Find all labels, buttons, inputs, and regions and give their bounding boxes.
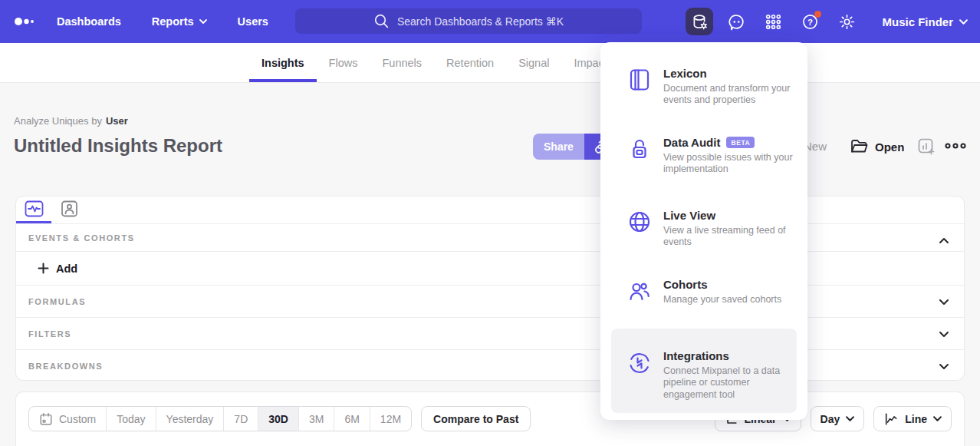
range-label: Today: [117, 413, 145, 425]
range-yesterday[interactable]: Yesterday: [156, 407, 224, 431]
mixpanel-logo[interactable]: [0, 16, 57, 27]
range-30d[interactable]: 30D: [258, 407, 298, 431]
gear-icon: [838, 13, 856, 31]
chevron-down-icon[interactable]: [939, 359, 949, 373]
interval-label: Day: [821, 413, 840, 425]
mixpanel-logo-icon: [14, 16, 37, 27]
popover-item-data-audit[interactable]: Data Audit BETA View possible issues wit…: [600, 136, 807, 176]
section-filters[interactable]: FILTERS: [16, 317, 964, 349]
mixpanel-app: Dashboards Reports Users Search Dashboar…: [0, 0, 980, 446]
section-label: FORMULAS: [28, 297, 86, 306]
open-label: Open: [875, 140, 904, 154]
popover-item-lexicon[interactable]: Lexicon Document and transform your even…: [600, 67, 807, 107]
line-chart-icon: [883, 412, 899, 426]
range-label: Custom: [59, 413, 96, 425]
builder-tab-events[interactable]: [16, 197, 51, 223]
tab-label: Insights: [261, 57, 304, 69]
header-actions: New Open: [0, 134, 980, 160]
popover-item-desc: View a live streaming feed of events: [663, 225, 795, 249]
apps-grid-button[interactable]: [759, 8, 787, 35]
range-custom[interactable]: Custom: [29, 407, 106, 431]
range-label: 3M: [309, 413, 324, 425]
search-icon: [373, 13, 390, 29]
popover-item-title-text: Data Audit: [663, 136, 720, 149]
more-options-button[interactable]: [945, 139, 966, 153]
globe-icon: [627, 210, 652, 234]
builder-tab-profiles[interactable]: [51, 197, 87, 223]
chevron-down-icon: [846, 416, 854, 421]
tab-label: Flows: [329, 57, 358, 69]
range-7d[interactable]: 7D: [223, 407, 258, 431]
grid-icon: [765, 13, 782, 31]
popover-item-cohorts[interactable]: Cohorts Manage your saved cohorts: [600, 278, 807, 306]
tab-funnels[interactable]: Funnels: [370, 43, 434, 82]
sync-icon: [627, 351, 652, 375]
data-management-popover: Lexicon Document and transform your even…: [600, 42, 807, 420]
chart-toolbar-panel: Custom Today Yesterday 7D 30D 3M 6M 12M …: [15, 391, 965, 446]
project-name: Music Finder: [882, 15, 953, 28]
analyze-value[interactable]: User: [106, 115, 128, 127]
chevron-down-icon: [959, 19, 968, 25]
popover-item-integrations[interactable]: Integrations Connect Mixpanel to a data …: [611, 329, 797, 413]
builder-tabs: [16, 197, 964, 224]
nav-item-label: Reports: [152, 15, 194, 28]
section-events-cohorts[interactable]: EVENTS & COHORTS: [16, 224, 964, 251]
popover-item-desc: View possible issues with your implement…: [663, 152, 795, 176]
popover-item-title: Integrations: [663, 349, 784, 362]
nav-item-reports[interactable]: Reports: [152, 15, 207, 28]
popover-item-desc: Manage your saved cohorts: [663, 294, 795, 306]
compare-to-past-button[interactable]: Compare to Past: [421, 406, 531, 431]
analyze-subtitle: Analyze Uniques byUser: [14, 115, 128, 127]
feedback-button[interactable]: [722, 8, 750, 35]
range-12m[interactable]: 12M: [370, 407, 411, 431]
section-formulas[interactable]: FORMULAS: [16, 285, 964, 317]
range-3m[interactable]: 3M: [298, 407, 334, 431]
tab-label: Retention: [446, 57, 494, 69]
search-placeholder: Search Dashboards & Reports ⌘K: [397, 15, 564, 28]
nav-item-label: Users: [238, 15, 268, 28]
help-button[interactable]: ?: [796, 8, 824, 35]
interval-dropdown[interactable]: Day: [811, 406, 865, 431]
tab-label: Funnels: [382, 57, 422, 69]
settings-button[interactable]: [833, 8, 860, 35]
topnav-right: ? Music Finder: [686, 0, 968, 43]
range-today[interactable]: Today: [106, 407, 155, 431]
tab-signal[interactable]: Signal: [506, 43, 561, 82]
nav-item-users[interactable]: Users: [238, 15, 268, 28]
chart-toolbar: Custom Today Yesterday 7D 30D 3M 6M 12M …: [28, 406, 952, 431]
range-label: 30D: [268, 413, 288, 425]
tab-insights[interactable]: Insights: [249, 43, 317, 82]
chevron-down-icon[interactable]: [939, 327, 949, 341]
chevron-up-icon[interactable]: [939, 233, 949, 247]
top-navbar: Dashboards Reports Users Search Dashboar…: [0, 0, 980, 43]
open-report-button[interactable]: Open: [850, 134, 904, 160]
data-management-button[interactable]: [686, 8, 713, 35]
nav-item-label: Dashboards: [57, 15, 121, 28]
search-input[interactable]: Search Dashboards & Reports ⌘K: [295, 8, 642, 34]
tab-flows[interactable]: Flows: [317, 43, 370, 82]
chart-type-dropdown[interactable]: Line: [873, 406, 952, 431]
popover-item-live-view[interactable]: Live View View a live streaming feed of …: [600, 209, 807, 249]
calendar-icon: [39, 412, 53, 426]
range-label: Yesterday: [166, 413, 214, 425]
folder-icon: [850, 138, 869, 155]
range-label: 7D: [234, 413, 248, 425]
book-icon: [627, 68, 652, 92]
tab-retention[interactable]: Retention: [434, 43, 506, 82]
date-range-control: Custom Today Yesterday 7D 30D 3M 6M 12M: [28, 406, 412, 431]
notification-dot: [814, 11, 821, 18]
range-6m[interactable]: 6M: [334, 407, 369, 431]
section-breakdowns[interactable]: BREAKDOWNS: [16, 349, 964, 382]
range-label: 12M: [380, 413, 401, 425]
project-switcher[interactable]: Music Finder: [882, 15, 968, 28]
more-dots-icon: [945, 142, 966, 150]
nav-item-dashboards[interactable]: Dashboards: [57, 15, 121, 28]
section-label: EVENTS & COHORTS: [28, 233, 135, 243]
range-label: 6M: [344, 413, 359, 425]
plus-icon: [38, 263, 49, 274]
chevron-down-icon[interactable]: [939, 295, 949, 309]
popover-item-title: Data Audit BETA: [663, 136, 795, 149]
add-to-dashboard-button[interactable]: [917, 137, 936, 159]
tab-label: Signal: [518, 57, 549, 69]
add-event-button[interactable]: Add: [38, 263, 77, 275]
